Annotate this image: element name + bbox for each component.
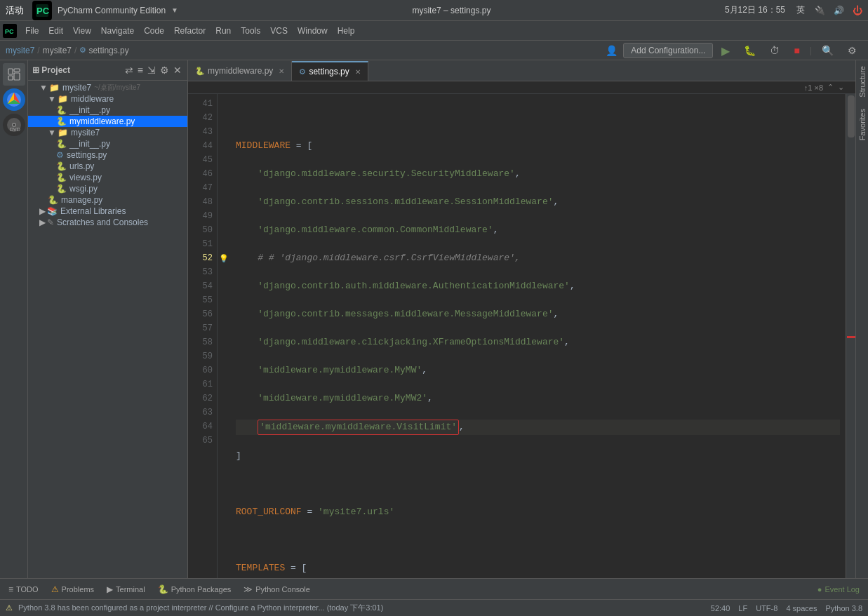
tree-label: urls.py bbox=[69, 161, 94, 171]
profile-button[interactable]: ⏱ bbox=[764, 43, 785, 58]
todo-icon: ≡ bbox=[8, 584, 13, 594]
tab-problems[interactable]: ⚠ Problems bbox=[46, 581, 100, 598]
lang-display: 英 bbox=[796, 4, 805, 16]
menu-code[interactable]: Code bbox=[140, 25, 168, 37]
dvd-icon: DVD bbox=[3, 114, 25, 136]
app-dropdown-icon[interactable]: ▼ bbox=[171, 6, 178, 14]
sidebar-settings-button[interactable]: ⚙ bbox=[159, 63, 171, 77]
left-icon-bar: DVD bbox=[0, 60, 28, 578]
breadcrumb-project[interactable]: mysite7 bbox=[6, 46, 34, 55]
breadcrumb-folder[interactable]: mysite7 bbox=[43, 46, 72, 55]
project-panel-icon[interactable] bbox=[3, 63, 25, 86]
tab-settings[interactable]: ⚙ settings.py ✕ bbox=[292, 61, 368, 81]
sidebar-header: ⊞ Project ⇄ ≡ ⇲ ⚙ ✕ bbox=[28, 60, 187, 81]
tab-python-packages[interactable]: 🐍 Python Packages bbox=[152, 581, 237, 598]
code-editor[interactable]: 41 42 43 44 45 46 47 48 49 50 51 52 53 5… bbox=[188, 94, 855, 578]
expand-icon: ▶ bbox=[39, 206, 46, 216]
favorites-tab[interactable]: Favorites bbox=[857, 103, 868, 146]
status-message[interactable]: Python 3.8 has been configured as a proj… bbox=[18, 603, 383, 613]
tree-item-wsgi[interactable]: 🐍 wsgi.py bbox=[28, 183, 187, 194]
bulb-gutter-icon[interactable]: 💡 bbox=[218, 251, 230, 265]
bottom-tabs-bar: ≡ TODO ⚠ Problems ▶ Terminal 🐍 Python Pa… bbox=[0, 578, 868, 599]
tab-close-icon[interactable]: ✕ bbox=[355, 68, 361, 76]
sidebar-collapse-button[interactable]: ≡ bbox=[136, 63, 145, 77]
tab-label: Python Console bbox=[255, 585, 310, 594]
line-ending[interactable]: LF bbox=[738, 604, 747, 612]
warning-status-icon: ⚠ bbox=[6, 603, 13, 612]
tree-item-settings[interactable]: ⚙ settings.py bbox=[28, 149, 187, 161]
breadcrumb-file[interactable]: ⚙ settings.py bbox=[79, 46, 128, 55]
event-log-icon: ● bbox=[817, 585, 822, 594]
menu-tools[interactable]: Tools bbox=[236, 25, 265, 37]
menu-vcs[interactable]: VCS bbox=[266, 25, 292, 37]
tab-label: Python Packages bbox=[171, 585, 232, 594]
status-bar: ⚠ Python 3.8 has been configured as a pr… bbox=[0, 599, 868, 616]
menu-window[interactable]: Window bbox=[293, 25, 332, 37]
run-button[interactable]: ▶ bbox=[716, 43, 735, 58]
tab-label: TODO bbox=[16, 585, 39, 594]
debug-button[interactable]: 🐛 bbox=[738, 43, 761, 58]
tree-item-mysite7-sub[interactable]: ▼ 📁 mysite7 bbox=[28, 127, 187, 138]
tab-close-icon[interactable]: ✕ bbox=[279, 67, 284, 75]
top-bar-left: 活动 PC PyCharm Community Edition ▼ bbox=[6, 1, 178, 20]
tree-item-scratches[interactable]: ▶ ✎ Scratches and Consoles bbox=[28, 217, 187, 228]
menu-view[interactable]: View bbox=[69, 25, 95, 37]
sidebar-sync-button[interactable]: ⇄ bbox=[123, 63, 135, 77]
menu-file[interactable]: File bbox=[21, 25, 43, 37]
sidebar-panel-label: ⊞ Project bbox=[32, 65, 122, 75]
tab-terminal[interactable]: ▶ Terminal bbox=[101, 581, 151, 598]
menu-refactor[interactable]: Refactor bbox=[170, 25, 210, 37]
code-line-54 bbox=[236, 477, 840, 491]
line-numbers: 41 42 43 44 45 46 47 48 49 50 51 52 53 5… bbox=[188, 94, 218, 578]
sidebar-close-button[interactable]: ✕ bbox=[172, 63, 183, 77]
svg-text:PC: PC bbox=[5, 28, 14, 35]
menu-edit[interactable]: Edit bbox=[44, 25, 67, 37]
py-file-icon: 🐍 bbox=[56, 139, 67, 149]
tree-item-mysite7-root[interactable]: ▼ 📁 mysite7 ~/桌面/mysite7 bbox=[28, 82, 187, 93]
app-name: PyCharm Community Edition bbox=[58, 6, 166, 15]
code-line-43: 'django.middleware.security.SecurityMidd… bbox=[236, 167, 840, 181]
menu-help[interactable]: Help bbox=[333, 25, 359, 37]
structure-tab[interactable]: Structure bbox=[857, 60, 868, 103]
scrollbar-thumb[interactable] bbox=[848, 95, 855, 138]
tab-python-console[interactable]: ≫ Python Console bbox=[238, 581, 316, 598]
tab-todo[interactable]: ≡ TODO bbox=[3, 581, 44, 598]
user-icon[interactable]: 👤 bbox=[606, 45, 617, 56]
code-content[interactable]: MIDDLEWARE = [ 'django.middleware.securi… bbox=[230, 94, 846, 578]
tree-item-middleware[interactable]: ▼ 📁 middleware bbox=[28, 93, 187, 105]
breadcrumb-bar: mysite7 / mysite7 / ⚙ settings.py 👤 Add … bbox=[0, 41, 868, 60]
menu-navigate[interactable]: Navigate bbox=[97, 25, 138, 37]
expand-icon: ▼ bbox=[39, 83, 48, 93]
tab-mymiddleware[interactable]: 🐍 mymiddleware.py ✕ bbox=[188, 61, 292, 81]
search-everywhere-button[interactable]: 🔍 bbox=[816, 43, 839, 58]
sidebar-expand-button[interactable]: ⇲ bbox=[146, 63, 157, 77]
menu-run[interactable]: Run bbox=[211, 25, 235, 37]
editor-scrollbar[interactable] bbox=[846, 94, 855, 578]
add-configuration-button[interactable]: Add Configuration... bbox=[623, 43, 713, 58]
fold-up-icon[interactable]: ⌃ bbox=[827, 83, 834, 92]
tree-item-urls[interactable]: 🐍 urls.py bbox=[28, 161, 187, 172]
tree-item-mymiddleware[interactable]: 🐍 mymiddleware.py bbox=[28, 116, 187, 127]
python-version[interactable]: Python 3.8 bbox=[825, 604, 862, 612]
code-line-51: 'middleware.mymiddleware.MyMW2', bbox=[236, 391, 840, 406]
tree-item-views[interactable]: 🐍 views.py bbox=[28, 172, 187, 183]
indent-info[interactable]: 4 spaces bbox=[786, 604, 817, 612]
event-log-button[interactable]: ● Event Log bbox=[812, 581, 865, 598]
editor-area: 🐍 mymiddleware.py ✕ ⚙ settings.py ✕ ↑1 ×… bbox=[188, 60, 855, 578]
cursor-position[interactable]: 52:40 bbox=[711, 604, 730, 612]
fold-down-icon[interactable]: ⌄ bbox=[838, 83, 844, 92]
tree-item-init-middleware[interactable]: 🐍 __init__.py bbox=[28, 105, 187, 116]
stop-button[interactable]: ■ bbox=[788, 43, 805, 58]
tree-item-init-mysite7[interactable]: 🐍 __init__.py bbox=[28, 138, 187, 149]
tree-label: manage.py bbox=[61, 195, 102, 205]
tab-label: Terminal bbox=[116, 585, 145, 594]
app-icon-menu: PC bbox=[3, 24, 17, 38]
breadcrumb-sep2: / bbox=[74, 46, 76, 55]
tree-item-manage[interactable]: 🐍 manage.py bbox=[28, 194, 187, 206]
tree-item-external-libs[interactable]: ▶ 📚 External Libraries bbox=[28, 206, 187, 217]
breadcrumb-sep1: / bbox=[37, 46, 39, 55]
settings-button[interactable]: ⚙ bbox=[842, 43, 862, 58]
encoding[interactable]: UTF-8 bbox=[756, 604, 777, 612]
code-line-56 bbox=[236, 533, 840, 547]
py-file-icon: 🐍 bbox=[56, 105, 67, 115]
